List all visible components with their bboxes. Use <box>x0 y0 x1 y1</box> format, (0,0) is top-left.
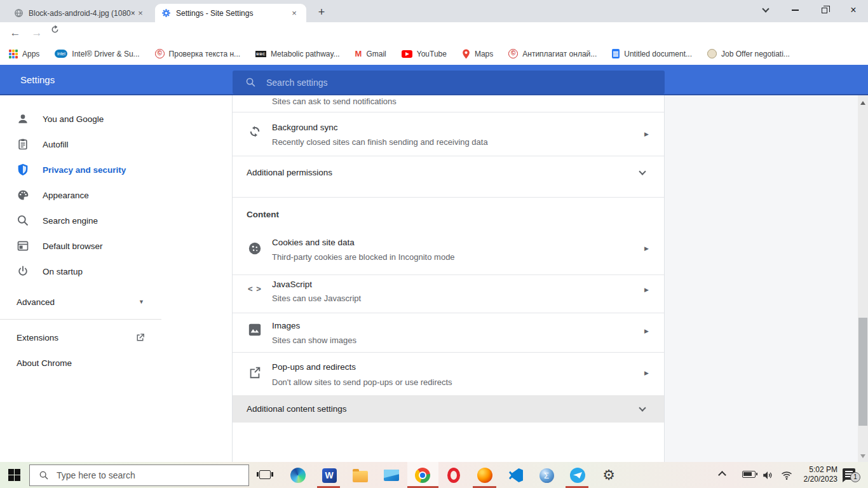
opera-taskbar-icon[interactable] <box>445 467 462 484</box>
window-caption-buttons: × <box>751 0 868 20</box>
sidebar-advanced-expander[interactable]: Advanced ▼ <box>0 289 163 315</box>
new-tab-button[interactable]: + <box>314 5 329 20</box>
caret-down-icon: ▼ <box>139 299 144 305</box>
back-button[interactable]: ← <box>6 24 24 42</box>
bookmarks-bar: Apps intel Intel® Driver & Su... © Прове… <box>0 43 868 65</box>
row-arrow-icon: ▶ <box>644 245 649 252</box>
chrome-taskbar-icon[interactable] <box>414 467 431 484</box>
settings-search-box[interactable] <box>233 71 665 94</box>
clock-time: 5:02 PM <box>796 465 837 475</box>
row-arrow-icon: ▶ <box>644 287 649 293</box>
telegram-taskbar-icon[interactable] <box>569 467 586 484</box>
power-icon <box>17 265 29 278</box>
scrollbar-thumb[interactable] <box>858 318 867 426</box>
tab-settings[interactable]: Settings - Site Settings × <box>155 4 306 22</box>
sidebar-item-appearance[interactable]: Appearance <box>0 182 163 208</box>
bookmark-apps[interactable]: Apps <box>9 50 39 58</box>
smath-taskbar-icon[interactable]: Σ <box>538 467 555 484</box>
volume-icon[interactable] <box>761 470 774 481</box>
edge-taskbar-icon[interactable] <box>290 467 306 484</box>
palette-icon <box>17 189 29 201</box>
start-button[interactable] <box>8 469 20 481</box>
bookmark-text-check[interactable]: © Проверка текста н... <box>155 49 241 58</box>
copyright-favicon: © <box>508 49 518 58</box>
additional-content-settings-expander[interactable]: Additional content settings <box>233 395 664 423</box>
sidebar-item-you-and-google[interactable]: You and Google <box>0 106 163 132</box>
taskbar-clock[interactable]: 5:02 PM 2/20/2023 <box>796 465 837 484</box>
close-window-button[interactable]: × <box>839 0 868 20</box>
taskbar-search-box[interactable] <box>29 464 249 486</box>
scrollbar-up-arrow[interactable] <box>860 101 865 105</box>
sidebar-item-default-browser[interactable]: Default browser <box>0 233 163 259</box>
external-link-icon <box>135 332 146 343</box>
minimize-icon <box>792 10 799 11</box>
settings-search-input[interactable] <box>266 78 520 88</box>
word-taskbar-icon[interactable]: W <box>321 467 337 484</box>
tab-search-button[interactable] <box>751 0 780 20</box>
bookmark-intel[interactable]: intel Intel® Driver & Su... <box>55 50 139 58</box>
sidebar-item-privacy-and-security[interactable]: Privacy and security <box>0 157 163 182</box>
minimize-button[interactable] <box>780 0 810 20</box>
sidebar-item-about-chrome[interactable]: About Chrome <box>0 350 163 376</box>
restore-button[interactable] <box>810 0 839 20</box>
notification-badge: 1 <box>850 472 860 482</box>
tray-expand-chevron-icon[interactable] <box>718 471 726 479</box>
browser-window-icon <box>17 240 29 252</box>
gmail-favicon: M <box>355 49 362 58</box>
image-icon <box>248 323 262 337</box>
row-arrow-icon: ▶ <box>644 328 649 334</box>
docs-favicon <box>612 49 620 58</box>
tab-block-ads[interactable]: Block-ads-android-4.jpg (1080×2 × <box>8 4 153 22</box>
close-icon: × <box>850 4 856 16</box>
settings-gear-favicon-icon <box>161 8 171 18</box>
bookmark-job-offer[interactable]: Job Offer negotiati... <box>707 49 790 58</box>
sidebar-item-autofill[interactable]: Autofill <box>0 132 163 157</box>
reload-icon <box>50 24 60 35</box>
file-explorer-taskbar-icon[interactable] <box>352 467 369 484</box>
wifi-icon[interactable] <box>780 470 793 481</box>
sidebar-item-on-startup[interactable]: On startup <box>0 259 163 284</box>
vscode-taskbar-icon[interactable] <box>508 467 524 484</box>
apps-grid-icon <box>9 50 18 58</box>
bookmark-gmail[interactable]: M Gmail <box>355 49 386 58</box>
task-view-button[interactable] <box>259 470 271 479</box>
battery-icon[interactable] <box>742 471 756 478</box>
tab-title: Settings - Site Settings <box>176 9 288 18</box>
maps-pin-icon <box>462 49 470 59</box>
taskbar-search-input[interactable] <box>57 470 215 480</box>
bookmark-metabolic[interactable]: BBC Metabolic pathway... <box>255 50 340 58</box>
tab-close-icon[interactable]: × <box>135 8 146 19</box>
kegg-favicon: BBC <box>255 51 266 57</box>
settings-gear-taskbar-icon[interactable]: ⚙ <box>600 467 617 484</box>
browser-toolbar: ← → Chrome chrome://settings/content ☆ <box>0 22 868 43</box>
sidebar-divider <box>0 319 161 320</box>
bookmark-youtube[interactable]: YouTube <box>402 50 447 58</box>
bookmark-antiplagiat[interactable]: © Антиплагиат онлай... <box>508 49 597 58</box>
globe-favicon-icon <box>14 8 24 18</box>
sidebar-item-extensions[interactable]: Extensions <box>0 325 163 350</box>
tab-title: Block-ads-android-4.jpg (1080×2 <box>29 9 135 18</box>
cookie-icon <box>248 241 262 255</box>
notifications-row-clipped: Sites can ask to send notifications <box>272 97 397 106</box>
mail-taskbar-icon[interactable] <box>383 467 400 484</box>
chevron-down-icon <box>639 168 646 175</box>
forward-button[interactable]: → <box>28 24 46 42</box>
intel-favicon: intel <box>55 50 67 58</box>
search-icon <box>39 470 49 480</box>
reload-button[interactable] <box>50 24 67 42</box>
bookmark-untitled-doc[interactable]: Untitled document... <box>612 49 692 58</box>
search-icon <box>17 214 29 227</box>
restore-icon <box>822 8 827 13</box>
youtube-favicon <box>402 50 412 58</box>
windows-taskbar: W Σ ⚙ 5:02 PM 2/20/2023 1 <box>0 462 868 488</box>
row-arrow-icon: ▶ <box>644 370 649 376</box>
page-scrollbar[interactable] <box>858 95 868 462</box>
bookmark-maps[interactable]: Maps <box>462 49 493 59</box>
scrollbar-down-arrow[interactable] <box>860 454 865 458</box>
tab-close-icon[interactable]: × <box>288 8 300 19</box>
search-icon <box>245 77 256 88</box>
firefox-taskbar-icon[interactable] <box>477 467 493 484</box>
sidebar-item-search-engine[interactable]: Search engine <box>0 208 163 233</box>
clipboard-icon <box>17 138 29 151</box>
page-background <box>665 95 858 462</box>
